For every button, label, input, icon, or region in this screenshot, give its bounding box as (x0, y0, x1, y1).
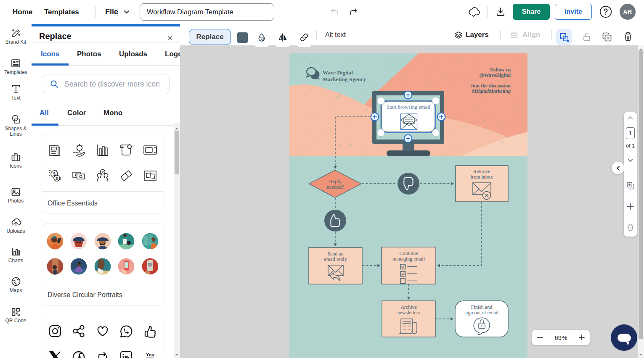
svg-text:₿: ₿ (56, 176, 58, 181)
svg-text:Finish and: Finish and (471, 304, 492, 310)
svg-text:Remove: Remove (473, 168, 490, 174)
svg-text:needed?: needed? (327, 184, 344, 190)
svg-text:managing email: managing email (392, 256, 425, 262)
svg-text:sign out of email: sign out of email (465, 310, 499, 316)
svg-text:You: You (146, 352, 154, 357)
svg-text:from inbox: from inbox (470, 174, 493, 180)
svg-text:Continue: Continue (400, 250, 418, 256)
svg-text:Reply: Reply (329, 179, 342, 184)
svg-text:Start browsing email: Start browsing email (387, 104, 431, 110)
svg-text:Join the discussion: Join the discussion (470, 83, 511, 89)
svg-text:Archive: Archive (400, 304, 417, 310)
svg-text:Marketing Agency: Marketing Agency (323, 76, 366, 82)
svg-text:email reply: email reply (324, 256, 347, 262)
svg-text:Follow us: Follow us (490, 67, 511, 73)
svg-text:#DigitalMarketing: #DigitalMarketing (472, 88, 511, 94)
svg-text:Wave Digital: Wave Digital (323, 69, 353, 76)
svg-text:@WaveDigital: @WaveDigital (480, 72, 511, 78)
svg-text:Send an: Send an (327, 251, 343, 257)
svg-text:newsletters: newsletters (398, 310, 420, 316)
